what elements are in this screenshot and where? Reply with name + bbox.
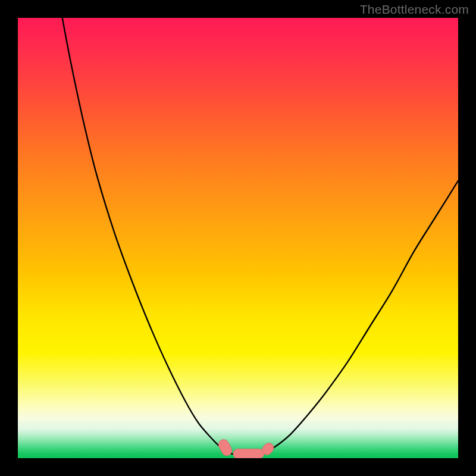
bottleneck-curve	[62, 18, 458, 455]
svg-rect-1	[233, 449, 264, 458]
valley-marker	[217, 438, 233, 458]
chart-svg	[18, 18, 458, 458]
chart-frame: TheBottleneck.com	[0, 0, 476, 476]
watermark-text: TheBottleneck.com	[360, 2, 469, 17]
svg-rect-0	[217, 438, 233, 458]
valley-marker	[233, 449, 264, 458]
plot-area	[18, 18, 458, 458]
